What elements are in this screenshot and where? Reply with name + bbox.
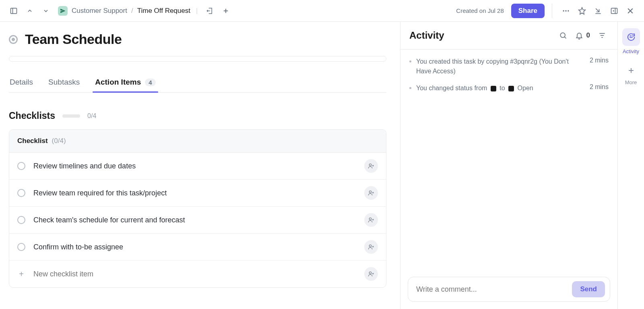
comment-input[interactable] — [416, 285, 567, 294]
assign-user-icon[interactable] — [364, 267, 378, 281]
tab-action-items-label: Action Items — [95, 78, 141, 87]
add-icon[interactable] — [219, 4, 232, 17]
star-icon[interactable] — [576, 4, 588, 17]
activity-panel: Activity 0 You created this task by copy… — [400, 22, 617, 309]
svg-line-8 — [596, 8, 599, 12]
assign-user-icon[interactable] — [364, 186, 378, 200]
svg-point-17 — [369, 191, 371, 193]
checklist-group-count: (0/4) — [52, 137, 66, 145]
checkbox-icon[interactable] — [17, 189, 25, 197]
breadcrumb-page[interactable]: Time Off Request — [137, 7, 190, 15]
activity-time: 2 mins — [590, 57, 609, 64]
next-task-icon[interactable] — [39, 4, 52, 17]
sidebar-toggle-icon[interactable] — [7, 4, 20, 17]
comment-box: Send — [408, 277, 610, 302]
share-button[interactable]: Share — [511, 4, 545, 18]
content: Team Schedule Details Subtasks Action It… — [0, 22, 400, 309]
tab-subtasks[interactable]: Subtasks — [47, 72, 80, 92]
checklist-item-text: Review team required for this task/proje… — [33, 189, 356, 197]
activity-text-part: You changed status from — [416, 85, 489, 91]
activity-heading: Activity — [409, 30, 553, 41]
divider — [552, 4, 552, 18]
activity-header: Activity 0 — [400, 22, 617, 50]
activity-text: You changed status from to Open — [416, 83, 585, 93]
collapse-down-icon[interactable] — [592, 4, 605, 17]
checklist-card: Checklist (0/4) Review timelines and due… — [9, 129, 386, 288]
more-menu-icon[interactable] — [559, 4, 572, 17]
breadcrumb-separator: / — [131, 7, 133, 15]
activity-list: You created this task by copying #3pqnr2… — [400, 50, 617, 270]
page-title[interactable]: Team Schedule — [25, 31, 122, 47]
activity-text-part: to — [498, 85, 507, 91]
checklist-item-text: Review timelines and due dates — [33, 162, 356, 170]
activity-text-part: Open — [516, 85, 533, 91]
svg-point-20 — [369, 218, 371, 220]
checkbox-icon[interactable] — [17, 162, 25, 170]
checklists-header: Checklists 0/4 — [9, 110, 386, 121]
checklist-item[interactable]: Review timelines and due dates — [9, 153, 386, 180]
collapsed-section[interactable] — [9, 56, 386, 62]
tab-action-items-count: 4 — [145, 79, 155, 86]
checklists-progress-label: 0/4 — [87, 112, 96, 120]
status-chip-icon — [508, 86, 514, 91]
rail-activity-label: Activity — [623, 48, 639, 54]
rail-activity-icon[interactable] — [622, 28, 640, 46]
checklist-item[interactable]: Check team's schedule for current and fo… — [9, 207, 386, 234]
checklists-heading: Checklists — [9, 110, 55, 121]
activity-entry: You changed status from to Open 2 mins — [409, 83, 609, 93]
svg-point-29 — [560, 33, 565, 37]
title-row: Team Schedule — [9, 31, 386, 47]
activity-text: You created this task by copying #3pqnr2… — [416, 57, 585, 76]
svg-point-5 — [565, 10, 566, 11]
svg-point-4 — [563, 10, 564, 11]
svg-rect-10 — [611, 8, 617, 13]
tab-action-items[interactable]: Action Items 4 — [94, 72, 156, 92]
status-circle-icon[interactable] — [9, 35, 18, 44]
svg-point-14 — [369, 164, 371, 166]
topbar: Customer Support / Time Off Request | Cr… — [0, 0, 644, 22]
separator: | — [196, 7, 198, 15]
right-rail: Activity More — [617, 22, 644, 309]
svg-point-6 — [568, 10, 569, 11]
notifications-count: 0 — [586, 31, 590, 39]
svg-marker-7 — [579, 7, 586, 14]
checkbox-icon[interactable] — [17, 243, 25, 251]
tabs: Details Subtasks Action Items 4 — [9, 72, 386, 93]
created-label: Created on Jul 28 — [456, 7, 504, 14]
move-out-icon[interactable] — [203, 4, 216, 17]
main-row: Team Schedule Details Subtasks Action It… — [0, 22, 644, 309]
svg-point-23 — [369, 245, 371, 247]
rail-add-icon[interactable] — [625, 64, 638, 77]
assign-user-icon[interactable] — [364, 159, 378, 173]
panel-layout-icon[interactable] — [608, 4, 621, 17]
activity-entry: You created this task by copying #3pqnr2… — [409, 57, 609, 76]
checklist-new-row[interactable]: + — [9, 261, 386, 287]
close-icon[interactable] — [624, 4, 637, 17]
breadcrumb: Customer Support / Time Off Request — [58, 6, 190, 16]
new-checklist-input[interactable] — [33, 270, 356, 278]
rail-more-label: More — [625, 79, 637, 85]
breadcrumb-space[interactable]: Customer Support — [72, 7, 127, 15]
checklist-item[interactable]: Confirm with to-be assignee — [9, 234, 386, 261]
svg-rect-0 — [11, 8, 17, 13]
search-icon[interactable] — [557, 29, 570, 42]
checklist-item[interactable]: Review team required for this task/proje… — [9, 180, 386, 207]
activity-time: 2 mins — [590, 83, 609, 91]
filter-icon[interactable] — [596, 29, 609, 42]
svg-line-30 — [564, 37, 566, 38]
plus-icon: + — [17, 270, 25, 279]
prev-task-icon[interactable] — [23, 4, 36, 17]
space-icon — [58, 6, 68, 16]
assign-user-icon[interactable] — [364, 240, 378, 254]
checkbox-icon[interactable] — [17, 216, 25, 224]
tab-details[interactable]: Details — [9, 72, 34, 92]
checklist-item-text: Confirm with to-be assignee — [33, 243, 356, 251]
checklist-group-header[interactable]: Checklist (0/4) — [9, 130, 386, 153]
checklist-item-text: Check team's schedule for current and fo… — [33, 216, 356, 224]
send-button[interactable]: Send — [572, 281, 605, 297]
assign-user-icon[interactable] — [364, 213, 378, 227]
svg-point-26 — [369, 272, 371, 274]
status-chip-icon — [491, 86, 496, 91]
notifications-icon[interactable]: 0 — [573, 29, 592, 42]
checklists-progress-bar — [62, 114, 80, 118]
